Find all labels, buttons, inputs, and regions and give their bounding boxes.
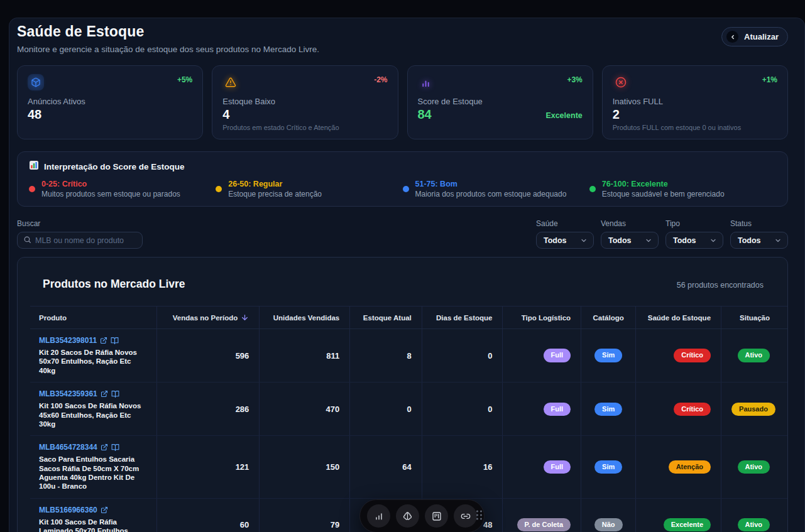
- search-input[interactable]: [35, 236, 136, 245]
- stat-value: 48: [28, 107, 41, 122]
- filter-select-saude[interactable]: Todos: [536, 232, 594, 249]
- catalogo-badge: Sim: [594, 460, 622, 474]
- saude-badge: Atenção: [669, 460, 711, 474]
- yellow-dot-icon: [216, 186, 222, 192]
- interp-item-regular: 26-50: Regular Estoque precisa de atençã…: [216, 180, 402, 198]
- products-title: Produtos no Mercado Livre: [43, 278, 185, 291]
- situacao-badge: Ativo: [738, 349, 770, 362]
- col-tipo-logistico[interactable]: Tipo Logístico: [503, 307, 581, 329]
- stat-value: 84: [418, 107, 432, 122]
- stat-value: 2: [613, 107, 620, 122]
- stat-cards: +5% Anúncios Ativos 48 -2% Estoque Baixo…: [17, 65, 788, 139]
- stat-delta: +5%: [177, 75, 192, 84]
- table-header-row: Produto Vendas no Período Unidades Vendi…: [30, 307, 787, 329]
- stat-card-anuncios-ativos: +5% Anúncios Ativos 48: [17, 65, 203, 139]
- refresh-button-label: Atualizar: [744, 32, 779, 41]
- mlb-link[interactable]: MLB3542398011: [39, 336, 97, 345]
- package-icon: [28, 74, 44, 90]
- kanban-icon: [432, 511, 442, 521]
- col-vendas-no-periodo[interactable]: Vendas no Período: [157, 307, 260, 329]
- circle-x-icon: [613, 74, 629, 90]
- external-link-icon[interactable]: [101, 390, 108, 398]
- filter-label-tipo: Tipo: [665, 219, 723, 228]
- interp-item-bom: 51-75: Bom Maioria dos produtos com esto…: [403, 180, 589, 198]
- vendas-value: 60: [157, 498, 260, 532]
- product-name: Kit 100 Sacos De Ráfia Novos 45x60 Entul…: [39, 401, 146, 428]
- filter-select-value: Todos: [608, 236, 632, 245]
- search-label: Buscar: [17, 219, 143, 228]
- chart-emoji-icon: [29, 160, 39, 173]
- estoque-value: 8: [350, 329, 422, 383]
- open-book-icon[interactable]: [111, 390, 119, 398]
- stat-label: Anúncios Ativos: [28, 97, 192, 106]
- filter-label-status: Status: [730, 219, 788, 228]
- col-catalogo[interactable]: Catálogo: [581, 307, 636, 329]
- stat-subtitle: Produtos em estado Crítico e Atenção: [222, 124, 387, 131]
- saude-badge: Crítico: [674, 403, 711, 416]
- sort-desc-icon[interactable]: [241, 313, 249, 322]
- refresh-button[interactable]: Atualizar: [721, 27, 788, 46]
- filter-select-value: Todos: [738, 236, 761, 245]
- vendas-value: 596: [157, 329, 260, 383]
- kanban-button[interactable]: [425, 504, 448, 528]
- table-row: MLB3542359361 Kit 100 Sacos De Ráfia Nov…: [30, 383, 787, 436]
- unidades-value: 470: [260, 383, 350, 436]
- stat-label: Estoque Baixo: [222, 97, 387, 106]
- dias-value: 16: [422, 436, 503, 499]
- chevron-down-icon: [774, 237, 782, 244]
- vendas-value: 286: [157, 383, 260, 436]
- filter-select-tipo[interactable]: Todos: [665, 232, 723, 249]
- col-estoque-atual[interactable]: Estoque Atual: [350, 307, 422, 329]
- main-panel: Saúde de Estoque Monitore e gerencie a s…: [9, 18, 805, 532]
- filter-select-status[interactable]: Todos: [730, 232, 788, 249]
- catalogo-badge: Não: [594, 518, 623, 531]
- analytics-button[interactable]: [367, 504, 390, 528]
- external-link-icon[interactable]: [101, 443, 108, 451]
- interp-range: 76-100: Excelente: [602, 180, 725, 188]
- external-link-icon[interactable]: [101, 506, 108, 514]
- dias-value: 0: [422, 383, 503, 436]
- interp-desc: Estoque saudável e bem gerenciado: [602, 190, 725, 198]
- open-book-icon[interactable]: [111, 443, 119, 452]
- mlb-link[interactable]: MLB3542359361: [39, 389, 97, 398]
- mlb-link[interactable]: MLB5166966360: [39, 506, 97, 514]
- stat-card-score-de-estoque: +3% Score de Estoque 84 Excelente: [407, 65, 593, 139]
- saude-badge: Crítico: [674, 349, 711, 362]
- tipo-logistico-badge: Full: [544, 349, 571, 362]
- interp-desc: Maioria dos produtos com estoque adequad…: [415, 190, 567, 198]
- col-saude-do-estoque[interactable]: Saúde do Estoque: [636, 307, 721, 329]
- external-link-icon[interactable]: [100, 337, 107, 344]
- filter-row: Buscar Saúde Todos Vendas Todos: [17, 219, 788, 249]
- interp-range: 51-75: Bom: [415, 180, 567, 188]
- situacao-badge: Ativo: [738, 460, 770, 474]
- mlb-link[interactable]: MLB4654728344: [39, 443, 97, 452]
- filter-select-vendas[interactable]: Todos: [601, 232, 659, 249]
- red-dot-icon: [29, 186, 35, 192]
- chevron-down-icon: [580, 237, 588, 244]
- open-book-icon[interactable]: [111, 337, 119, 345]
- stat-delta: +1%: [762, 75, 777, 84]
- blue-dot-icon: [403, 186, 409, 192]
- bar-chart-icon: [374, 511, 384, 521]
- situacao-badge: Ativo: [738, 518, 770, 531]
- col-unidades-vendidas[interactable]: Unidades Vendidas: [260, 307, 350, 329]
- stat-card-estoque-baixo: -2% Estoque Baixo 4 Produtos em estado C…: [212, 65, 398, 139]
- vendas-value: 121: [157, 436, 260, 499]
- saude-badge: Excelente: [664, 518, 711, 531]
- stat-card-inativos-full: +1% Inativos FULL 2 Produtos FULL com es…: [602, 65, 788, 139]
- search-field: [17, 232, 143, 249]
- link-button[interactable]: [454, 504, 477, 528]
- col-situacao[interactable]: Situação: [721, 307, 787, 329]
- col-produto[interactable]: Produto: [30, 307, 157, 329]
- dias-value: 0: [422, 329, 503, 383]
- products-card: Produtos no Mercado Livre 56 produtos en…: [17, 257, 788, 532]
- situacao-badge: Pausado: [731, 403, 775, 416]
- link-icon: [461, 511, 471, 521]
- green-dot-icon: [589, 186, 596, 192]
- brain-button[interactable]: [396, 504, 419, 528]
- search-icon: [23, 235, 31, 246]
- col-dias-de-estoque[interactable]: Dias de Estoque: [422, 307, 503, 329]
- drag-handle[interactable]: [475, 509, 483, 524]
- interp-desc: Muitos produtos sem estoque ou parados: [41, 190, 180, 198]
- products-count: 56 produtos encontrados: [677, 281, 764, 290]
